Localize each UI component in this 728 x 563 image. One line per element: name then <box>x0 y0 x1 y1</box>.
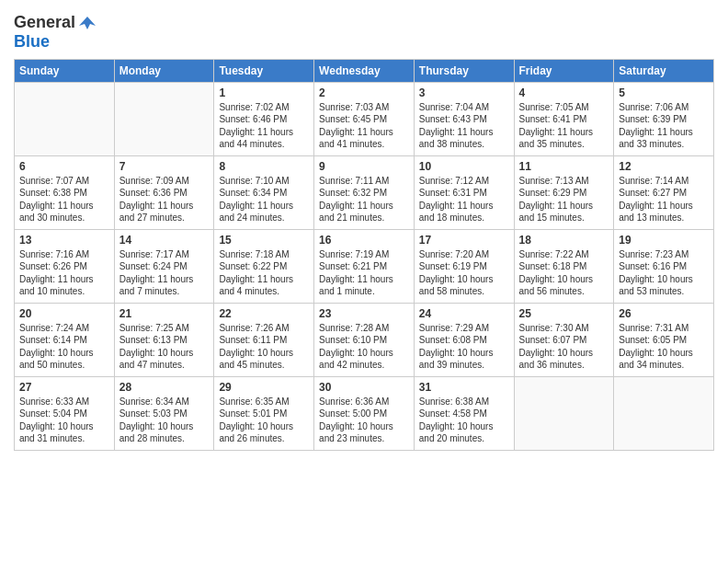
calendar-cell: 11Sunrise: 7:13 AM Sunset: 6:29 PM Dayli… <box>514 155 614 229</box>
page-header: General Blue <box>14 9 714 52</box>
day-info: Sunrise: 7:25 AM Sunset: 6:13 PM Dayligh… <box>119 322 210 372</box>
day-info: Sunrise: 6:33 AM Sunset: 5:04 PM Dayligh… <box>19 396 109 445</box>
day-info: Sunrise: 7:09 AM Sunset: 6:36 PM Dayligh… <box>119 175 210 224</box>
calendar-cell: 19Sunrise: 7:23 AM Sunset: 6:16 PM Dayli… <box>614 229 714 303</box>
day-number: 2 <box>319 86 409 99</box>
day-number: 9 <box>319 160 409 173</box>
day-number: 27 <box>19 381 109 394</box>
day-number: 26 <box>619 307 709 320</box>
calendar-cell: 15Sunrise: 7:18 AM Sunset: 6:22 PM Dayli… <box>214 229 314 303</box>
day-info: Sunrise: 7:06 AM Sunset: 6:39 PM Dayligh… <box>619 101 709 151</box>
day-info: Sunrise: 6:36 AM Sunset: 5:00 PM Dayligh… <box>319 396 409 445</box>
day-number: 19 <box>619 234 709 247</box>
week-row-1: 6Sunrise: 7:07 AM Sunset: 6:38 PM Daylig… <box>15 155 714 229</box>
day-info: Sunrise: 7:10 AM Sunset: 6:34 PM Dayligh… <box>219 175 309 224</box>
calendar-table: SundayMondayTuesdayWednesdayThursdayFrid… <box>14 59 714 451</box>
calendar-cell: 3Sunrise: 7:04 AM Sunset: 6:43 PM Daylig… <box>414 82 514 155</box>
day-info: Sunrise: 6:34 AM Sunset: 5:03 PM Dayligh… <box>119 396 210 445</box>
day-number: 3 <box>419 86 509 99</box>
calendar-cell: 16Sunrise: 7:19 AM Sunset: 6:21 PM Dayli… <box>314 229 415 303</box>
day-number: 4 <box>519 86 609 99</box>
day-number: 28 <box>119 381 210 394</box>
day-info: Sunrise: 7:26 AM Sunset: 6:11 PM Dayligh… <box>219 322 309 372</box>
day-number: 21 <box>119 307 210 320</box>
day-info: Sunrise: 7:19 AM Sunset: 6:21 PM Dayligh… <box>319 248 409 298</box>
day-number: 11 <box>519 160 609 173</box>
calendar-cell <box>614 376 714 450</box>
day-number: 5 <box>619 86 709 99</box>
calendar-cell <box>514 376 614 450</box>
calendar-cell <box>114 82 214 155</box>
day-number: 14 <box>119 234 210 247</box>
calendar-cell: 24Sunrise: 7:29 AM Sunset: 6:08 PM Dayli… <box>414 303 514 376</box>
calendar-cell: 7Sunrise: 7:09 AM Sunset: 6:36 PM Daylig… <box>114 155 214 229</box>
day-number: 15 <box>219 234 309 247</box>
logo-bird-icon <box>77 13 97 33</box>
day-number: 25 <box>519 307 609 320</box>
day-info: Sunrise: 7:11 AM Sunset: 6:32 PM Dayligh… <box>319 175 409 224</box>
day-info: Sunrise: 7:31 AM Sunset: 6:05 PM Dayligh… <box>619 322 709 372</box>
calendar-cell: 21Sunrise: 7:25 AM Sunset: 6:13 PM Dayli… <box>114 303 214 376</box>
calendar-cell: 25Sunrise: 7:30 AM Sunset: 6:07 PM Dayli… <box>514 303 614 376</box>
day-info: Sunrise: 7:16 AM Sunset: 6:26 PM Dayligh… <box>19 248 109 298</box>
calendar-cell: 27Sunrise: 6:33 AM Sunset: 5:04 PM Dayli… <box>15 376 115 450</box>
calendar-cell: 26Sunrise: 7:31 AM Sunset: 6:05 PM Dayli… <box>614 303 714 376</box>
day-info: Sunrise: 7:07 AM Sunset: 6:38 PM Dayligh… <box>19 175 109 224</box>
day-info: Sunrise: 7:20 AM Sunset: 6:19 PM Dayligh… <box>419 248 509 298</box>
day-number: 16 <box>319 234 409 247</box>
calendar-cell: 31Sunrise: 6:38 AM Sunset: 4:58 PM Dayli… <box>414 376 514 450</box>
day-info: Sunrise: 7:14 AM Sunset: 6:27 PM Dayligh… <box>619 175 709 224</box>
calendar-cell: 12Sunrise: 7:14 AM Sunset: 6:27 PM Dayli… <box>614 155 714 229</box>
day-number: 6 <box>19 160 109 173</box>
calendar-cell: 8Sunrise: 7:10 AM Sunset: 6:34 PM Daylig… <box>214 155 314 229</box>
calendar-cell: 30Sunrise: 6:36 AM Sunset: 5:00 PM Dayli… <box>314 376 415 450</box>
day-number: 12 <box>619 160 709 173</box>
day-info: Sunrise: 7:30 AM Sunset: 6:07 PM Dayligh… <box>519 322 609 372</box>
day-number: 1 <box>219 86 309 99</box>
day-number: 20 <box>19 307 109 320</box>
day-info: Sunrise: 7:17 AM Sunset: 6:24 PM Dayligh… <box>119 248 210 298</box>
day-number: 17 <box>419 234 509 247</box>
weekday-wednesday: Wednesday <box>314 59 415 82</box>
day-number: 7 <box>119 160 210 173</box>
svg-marker-0 <box>79 17 96 29</box>
day-info: Sunrise: 7:05 AM Sunset: 6:41 PM Dayligh… <box>519 101 609 151</box>
day-info: Sunrise: 7:02 AM Sunset: 6:46 PM Dayligh… <box>219 101 309 151</box>
day-number: 22 <box>219 307 309 320</box>
weekday-monday: Monday <box>114 59 214 82</box>
day-info: Sunrise: 6:35 AM Sunset: 5:01 PM Dayligh… <box>219 396 309 445</box>
week-row-0: 1Sunrise: 7:02 AM Sunset: 6:46 PM Daylig… <box>15 82 714 155</box>
day-info: Sunrise: 7:28 AM Sunset: 6:10 PM Dayligh… <box>319 322 409 372</box>
calendar-cell: 6Sunrise: 7:07 AM Sunset: 6:38 PM Daylig… <box>15 155 115 229</box>
day-number: 30 <box>319 381 409 394</box>
calendar-body: 1Sunrise: 7:02 AM Sunset: 6:46 PM Daylig… <box>15 82 714 450</box>
calendar-cell: 1Sunrise: 7:02 AM Sunset: 6:46 PM Daylig… <box>214 82 314 155</box>
day-number: 13 <box>19 234 109 247</box>
weekday-saturday: Saturday <box>614 59 714 82</box>
calendar-cell: 14Sunrise: 7:17 AM Sunset: 6:24 PM Dayli… <box>114 229 214 303</box>
calendar-cell: 5Sunrise: 7:06 AM Sunset: 6:39 PM Daylig… <box>614 82 714 155</box>
logo: General Blue <box>14 13 97 52</box>
calendar-cell: 29Sunrise: 6:35 AM Sunset: 5:01 PM Dayli… <box>214 376 314 450</box>
day-number: 18 <box>519 234 609 247</box>
calendar-cell: 2Sunrise: 7:03 AM Sunset: 6:45 PM Daylig… <box>314 82 415 155</box>
week-row-2: 13Sunrise: 7:16 AM Sunset: 6:26 PM Dayli… <box>15 229 714 303</box>
calendar-cell: 13Sunrise: 7:16 AM Sunset: 6:26 PM Dayli… <box>15 229 115 303</box>
day-info: Sunrise: 7:23 AM Sunset: 6:16 PM Dayligh… <box>619 248 709 298</box>
day-number: 23 <box>319 307 409 320</box>
day-info: Sunrise: 6:38 AM Sunset: 4:58 PM Dayligh… <box>419 396 509 445</box>
calendar-cell: 18Sunrise: 7:22 AM Sunset: 6:18 PM Dayli… <box>514 229 614 303</box>
day-info: Sunrise: 7:18 AM Sunset: 6:22 PM Dayligh… <box>219 248 309 298</box>
calendar-cell: 20Sunrise: 7:24 AM Sunset: 6:14 PM Dayli… <box>15 303 115 376</box>
week-row-3: 20Sunrise: 7:24 AM Sunset: 6:14 PM Dayli… <box>15 303 714 376</box>
day-info: Sunrise: 7:03 AM Sunset: 6:45 PM Dayligh… <box>319 101 409 151</box>
logo-general: General <box>14 13 75 31</box>
day-info: Sunrise: 7:24 AM Sunset: 6:14 PM Dayligh… <box>19 322 109 372</box>
day-info: Sunrise: 7:04 AM Sunset: 6:43 PM Dayligh… <box>419 101 509 151</box>
day-number: 10 <box>419 160 509 173</box>
calendar-cell: 22Sunrise: 7:26 AM Sunset: 6:11 PM Dayli… <box>214 303 314 376</box>
calendar-cell: 4Sunrise: 7:05 AM Sunset: 6:41 PM Daylig… <box>514 82 614 155</box>
day-info: Sunrise: 7:29 AM Sunset: 6:08 PM Dayligh… <box>419 322 509 372</box>
logo-blue: Blue <box>14 32 50 51</box>
day-info: Sunrise: 7:12 AM Sunset: 6:31 PM Dayligh… <box>419 175 509 224</box>
